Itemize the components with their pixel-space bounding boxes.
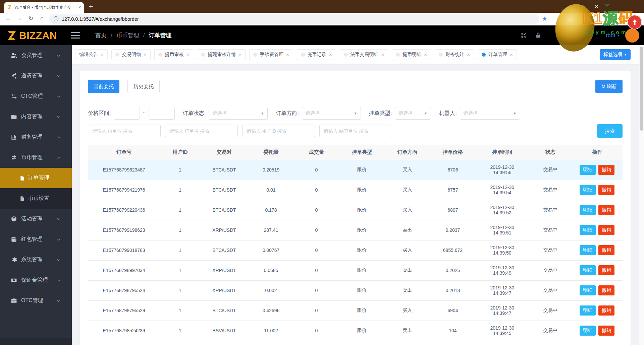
sidebar-item-活动管理[interactable]: 活动管理 xyxy=(0,209,72,229)
breadcrumb-item[interactable]: 币币管理 xyxy=(116,31,139,39)
detail-button[interactable]: 明细 xyxy=(580,285,596,295)
user-menu[interactable]: root ▼ xyxy=(606,32,620,39)
search-input[interactable] xyxy=(319,125,392,137)
robot-select[interactable]: 请选择▼ xyxy=(460,107,520,120)
history-orders-button[interactable]: 历史委托 xyxy=(127,80,160,93)
sidebar-item-保证金管理[interactable]: 保证金管理 xyxy=(0,270,72,290)
cell-actions: 明细撤销 xyxy=(572,280,623,300)
detail-button[interactable]: 明细 xyxy=(580,205,596,215)
forward-icon[interactable]: → xyxy=(15,15,23,22)
window-restore-button[interactable] xyxy=(573,0,589,13)
tag-编辑公告[interactable]: 编辑公告× xyxy=(75,49,108,60)
breadcrumb-item[interactable]: 首页 xyxy=(95,31,107,39)
tag-提现审核详情[interactable]: 提现审核详情× xyxy=(197,49,246,60)
tag-options-button[interactable]: 标签选项 ▼ xyxy=(600,49,631,60)
tag-法币交易明细[interactable]: 法币交易明细× xyxy=(340,49,388,60)
cancel-button[interactable]: 撤销 xyxy=(598,165,614,175)
price-max-input[interactable] xyxy=(149,107,175,120)
window-minimize-button[interactable]: ─ xyxy=(557,0,573,13)
tag-close-icon[interactable]: × xyxy=(424,52,427,57)
order-type-select[interactable]: 请选择▼ xyxy=(395,107,431,120)
detail-button[interactable]: 明细 xyxy=(580,265,596,275)
detail-button[interactable]: 明细 xyxy=(580,305,596,316)
search-input[interactable] xyxy=(242,125,315,137)
tag-手续费管理[interactable]: 手续费管理× xyxy=(249,49,293,60)
cell-price: 6706 xyxy=(430,160,475,180)
detail-button[interactable]: 明细 xyxy=(580,326,596,336)
fullscreen-icon[interactable] xyxy=(520,32,527,39)
scrollbar[interactable] xyxy=(639,45,644,345)
search-input[interactable] xyxy=(88,125,161,137)
sidebar-item-CTC管理[interactable]: CTC管理 xyxy=(0,86,72,107)
sidebar-item-会员管理[interactable]: 会员管理 xyxy=(0,45,72,66)
reload-icon[interactable]: ↻ xyxy=(27,15,35,22)
detail-button[interactable]: 明细 xyxy=(580,185,596,195)
refresh-button[interactable]: ↻刷新 xyxy=(595,80,623,93)
sidebar-item-币币设置[interactable]: 币币设置 xyxy=(0,188,72,209)
chevron-down-icon xyxy=(56,237,61,242)
tag-close-icon[interactable]: × xyxy=(238,52,241,57)
cancel-button[interactable]: 撤销 xyxy=(598,305,614,316)
avatar[interactable] xyxy=(625,28,639,43)
detail-button[interactable]: 明细 xyxy=(580,165,596,175)
cancel-button[interactable]: 撤销 xyxy=(598,326,614,336)
tag-close-icon[interactable]: × xyxy=(510,52,513,57)
home-icon[interactable]: ⌂ xyxy=(38,15,46,22)
search-button[interactable]: 搜索 xyxy=(597,124,623,138)
window-close-button[interactable]: × xyxy=(589,0,604,13)
current-orders-button[interactable]: 当前委托 xyxy=(88,80,119,93)
bizzan-logo[interactable]: BIZZAN xyxy=(6,30,57,41)
sidebar-item-财务管理[interactable]: 财务管理 xyxy=(0,127,72,147)
tag-close-icon[interactable]: × xyxy=(186,52,190,57)
bookmark-star-icon[interactable]: ★ xyxy=(542,15,547,22)
url-text[interactable]: 127.0.0.1:9527/#/exchange/bborder xyxy=(62,16,139,22)
tag-充币记录[interactable]: 充币记录× xyxy=(297,49,336,60)
lock-icon[interactable] xyxy=(535,32,542,39)
hamburger-menu-icon[interactable] xyxy=(71,32,80,39)
tag-交易明细[interactable]: 交易明细× xyxy=(111,49,151,60)
search-input[interactable] xyxy=(165,125,238,137)
detail-button[interactable]: 明细 xyxy=(580,245,596,255)
sidebar-item-内容管理[interactable]: 内容管理 xyxy=(0,107,72,127)
cancel-button[interactable]: 撤销 xyxy=(598,185,614,195)
scrollbar-thumb[interactable] xyxy=(640,47,643,131)
tag-订单管理[interactable]: 订单管理× xyxy=(478,49,517,60)
cell-type: 限价 xyxy=(339,220,384,240)
page-info-icon[interactable]: ⓘ xyxy=(54,16,58,22)
cancel-button[interactable]: 撤销 xyxy=(598,225,614,235)
sidebar-item-邀请管理[interactable]: 邀请管理 xyxy=(0,66,72,86)
tab-close-icon[interactable]: × xyxy=(78,5,81,10)
sidebar-item-币币管理[interactable]: 币币管理 xyxy=(0,147,72,168)
tag-财务统计[interactable]: 财务统计× xyxy=(435,49,474,60)
cell-order-no: E157768798795524 xyxy=(88,280,160,300)
sidebar-item-订单管理[interactable]: 订单管理 xyxy=(0,168,72,188)
cell-user-id: 1 xyxy=(160,180,200,200)
tag-close-icon[interactable]: × xyxy=(286,52,289,57)
tag-提币明细[interactable]: 提币明细× xyxy=(392,49,431,60)
tag-close-icon[interactable]: × xyxy=(329,52,332,57)
back-icon[interactable]: ← xyxy=(4,15,12,22)
sidebar-item-OTC管理[interactable]: OTC管理 xyxy=(0,290,72,311)
detail-button[interactable]: 明细 xyxy=(580,225,596,235)
cancel-button[interactable]: 撤销 xyxy=(598,245,614,255)
tag-label: 充币记录 xyxy=(308,52,326,58)
new-tab-button[interactable]: + xyxy=(86,2,96,12)
cell-actions: 明细撤销 xyxy=(572,321,623,341)
cancel-button[interactable]: 撤销 xyxy=(598,265,614,275)
order-direction-select[interactable]: 请选择▼ xyxy=(302,107,361,120)
browser-tab[interactable]: 管理后台 - 币严|全球数字资产交 × xyxy=(4,2,84,13)
price-min-input[interactable] xyxy=(114,107,140,120)
cell-type: 限价 xyxy=(339,300,384,321)
order-status-select[interactable]: 请选择▼ xyxy=(209,107,268,120)
cancel-button[interactable]: 撤销 xyxy=(598,285,614,295)
tag-close-icon[interactable]: × xyxy=(467,52,470,57)
tag-close-icon[interactable]: × xyxy=(144,52,147,57)
cancel-button[interactable]: 撤销 xyxy=(598,205,614,215)
sidebar-item-红包管理[interactable]: 红包管理 xyxy=(0,229,72,250)
tag-close-icon[interactable]: × xyxy=(101,52,104,57)
sidebar-item-系统管理[interactable]: 系统管理 xyxy=(0,250,72,270)
tag-提币审核[interactable]: 提币审核× xyxy=(154,49,194,60)
cell-user-id: 1 xyxy=(160,260,200,280)
tag-close-icon[interactable]: × xyxy=(381,52,384,57)
address-bar[interactable]: ⓘ 127.0.0.1:9527/#/exchange/bborder xyxy=(49,14,539,24)
